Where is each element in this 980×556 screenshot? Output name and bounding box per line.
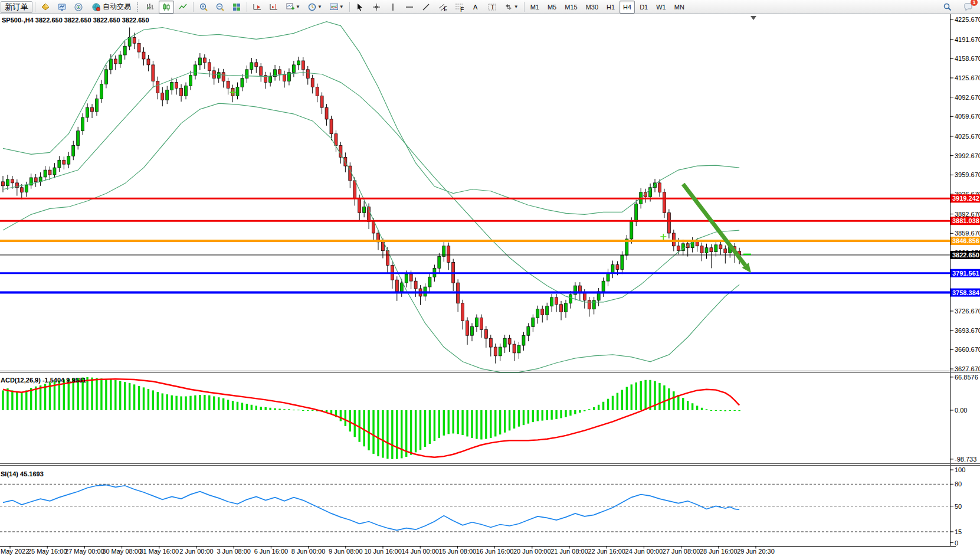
candle [156, 81, 159, 93]
indicators-dropdown[interactable]: ▼ [326, 1, 347, 14]
candle [719, 245, 722, 249]
timeframe-button-h4[interactable]: H4 [620, 1, 635, 14]
timeframe-button-mn[interactable]: MN [671, 1, 688, 14]
plus-marker[interactable] [660, 234, 666, 240]
timeframe-button-m5[interactable]: M5 [544, 1, 560, 14]
macd-histogram-bar [6, 388, 8, 410]
macd-histogram-bar [494, 410, 496, 436]
candle [48, 170, 51, 175]
timeframe-button-h1[interactable]: H1 [603, 1, 618, 14]
candle-chart-type-button[interactable] [159, 1, 174, 14]
macd-histogram-bar [419, 410, 421, 450]
candle [527, 326, 530, 335]
tile-windows-button[interactable] [229, 1, 244, 14]
macd-histogram-bar [471, 410, 473, 438]
macd-histogram-bar [701, 408, 703, 410]
trendline-tool-button[interactable] [418, 1, 434, 14]
candle [696, 241, 699, 246]
channel-tool-button[interactable]: E [435, 1, 450, 14]
time-tick-label: 30 May 08:00 [102, 548, 142, 555]
rsi-axis-label: 0 [955, 539, 958, 547]
timeframe-button-w1[interactable]: W1 [653, 1, 670, 14]
horizontal-line-tool-button[interactable] [402, 1, 417, 14]
candle [245, 70, 248, 79]
period-clock-dropdown[interactable]: ▼ [304, 1, 325, 14]
cursor-tool-button[interactable] [352, 1, 368, 14]
timeframe-button-m15[interactable]: M15 [561, 1, 581, 14]
macd-histogram-bar [621, 390, 623, 410]
candle [588, 300, 591, 309]
candle [438, 257, 441, 269]
macd-histogram-bar [720, 410, 722, 411]
macd-histogram-bar [349, 410, 351, 431]
macd-histogram-bar [588, 409, 590, 410]
macd-indicator-label: ACD(12,26,9) -1.5404 9.9581 [1, 377, 86, 384]
market-watch-icon[interactable] [54, 1, 70, 14]
chart-shift-button[interactable] [266, 1, 281, 14]
candle [630, 221, 633, 239]
macd-histogram-bar [734, 410, 736, 411]
bollinger-middle-band [3, 73, 739, 302]
macd-histogram-bar [410, 410, 412, 455]
line-chart-type-button[interactable] [175, 1, 191, 14]
new-order-button[interactable]: 新订单 [1, 1, 32, 13]
timeframe-button-m30[interactable]: M30 [582, 1, 602, 14]
candle [39, 177, 42, 182]
plus-marker[interactable] [230, 89, 236, 95]
fibonacci-tool-button[interactable]: F [451, 1, 467, 14]
time-tick-label: 2 Jun 00:00 [179, 548, 214, 555]
candle [119, 55, 122, 64]
macd-histogram-bar [157, 392, 159, 410]
candle [395, 280, 398, 292]
timeframe-button-m1[interactable]: M1 [527, 1, 543, 14]
candle [227, 81, 230, 89]
autotrading-button[interactable]: 自动交易 [87, 1, 135, 14]
rsi-indicator-label: SI(14) 45.1693 [1, 470, 44, 477]
new-chart-dropdown[interactable]: ▼ [283, 1, 303, 14]
text-tool-button[interactable]: A [468, 1, 483, 14]
time-tick-label: 16 Jun 16:00 [476, 548, 514, 555]
signal-radar-icon[interactable] [71, 1, 86, 14]
macd-histogram-bar [663, 385, 665, 410]
macd-histogram-bar [293, 410, 294, 410]
timeframe-button-d1[interactable]: D1 [636, 1, 651, 14]
candle [635, 204, 638, 222]
price-tag-label: 3881.038 [952, 217, 979, 224]
trend-arrow-line[interactable] [683, 184, 746, 266]
candle [667, 212, 670, 233]
price-tick-label: 4025.670 [955, 133, 980, 140]
macd-histogram-bar [138, 386, 140, 410]
macd-histogram-bar [401, 410, 402, 458]
text-label-tool-button[interactable]: T [484, 1, 500, 14]
crosshair-tool-button[interactable] [369, 1, 384, 14]
price-chart-canvas[interactable]: 4225.6704191.6704158.6704125.6704092.670… [0, 0, 980, 556]
vertical-line-tool-button[interactable] [385, 1, 401, 14]
gold-chart-icon[interactable] [38, 1, 53, 14]
auto-scroll-button[interactable] [250, 1, 265, 14]
time-tick-label: 25 May 16:00 [28, 548, 67, 555]
bar-chart-type-button[interactable] [142, 1, 158, 14]
zoom-out-button[interactable] [212, 1, 228, 14]
time-tick-label: 15 Jun 08:00 [439, 548, 477, 555]
chat-notification-button[interactable]: 1 [961, 1, 976, 14]
svg-text:E: E [444, 5, 447, 12]
macd-histogram-bar [658, 383, 660, 410]
price-tick-label: 3859.670 [955, 230, 980, 237]
arrows-tool-dropdown[interactable]: ▼ [501, 1, 522, 14]
candle [569, 295, 572, 303]
zoom-in-button[interactable] [196, 1, 211, 14]
macd-histogram-bar [232, 401, 234, 410]
macd-histogram-bar [345, 410, 346, 426]
search-icon[interactable] [940, 1, 955, 14]
macd-histogram-bar [166, 394, 168, 410]
svg-text:F: F [460, 5, 464, 12]
candle [96, 99, 99, 112]
candle [123, 46, 126, 55]
candle [714, 245, 717, 252]
price-tick-label: 4092.670 [955, 94, 980, 101]
chart-shift-marker[interactable] [750, 16, 756, 20]
candle [2, 182, 5, 186]
macd-histogram-bar [710, 410, 712, 411]
macd-histogram-bar [555, 410, 557, 419]
candle [297, 61, 300, 65]
